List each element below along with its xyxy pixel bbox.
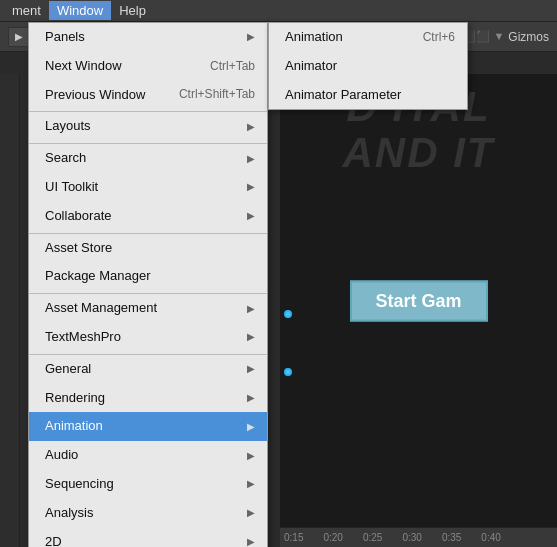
menu-rendering[interactable]: Rendering ▶ (29, 384, 267, 413)
arrow-icon: ▶ (247, 301, 255, 317)
play-button[interactable]: ▶ (8, 27, 30, 47)
menu-search[interactable]: Search ▶ (29, 143, 267, 173)
arrow-icon: ▶ (247, 534, 255, 547)
menu-collaborate[interactable]: Collaborate ▶ (29, 202, 267, 231)
menu-ui-toolkit[interactable]: UI Toolkit ▶ (29, 173, 267, 202)
menu-item-ment[interactable]: ment (4, 1, 49, 20)
animation-submenu: Animation Ctrl+6 Animator Animator Param… (268, 22, 468, 110)
bg-text-line2: AND IT (280, 130, 557, 176)
arrow-icon: ▶ (247, 505, 255, 521)
menu-panels[interactable]: Panels ▶ (29, 23, 267, 52)
arrow-icon: ▶ (247, 151, 255, 167)
arrow-icon: ▶ (247, 476, 255, 492)
menu-audio[interactable]: Audio ▶ (29, 441, 267, 470)
start-game-button[interactable]: Start Gam (349, 280, 487, 321)
window-menu: Panels ▶ Next Window Ctrl+Tab Previous W… (28, 22, 268, 547)
menu-asset-store[interactable]: Asset Store (29, 233, 267, 263)
game-view: D ITAL AND IT Start Gam (280, 74, 557, 527)
arrow-icon: ▶ (247, 29, 255, 45)
selection-dot-bottom (284, 368, 292, 376)
menu-item-help[interactable]: Help (111, 1, 154, 20)
menu-next-window[interactable]: Next Window Ctrl+Tab (29, 52, 267, 81)
menu-item-window[interactable]: Window (49, 1, 111, 20)
menu-2d[interactable]: 2D ▶ (29, 528, 267, 547)
menu-sequencing[interactable]: Sequencing ▶ (29, 470, 267, 499)
submenu-animator[interactable]: Animator (269, 52, 467, 81)
arrow-icon: ▶ (247, 361, 255, 377)
gizmos-label: Gizmos (508, 30, 549, 44)
arrow-icon: ▶ (247, 390, 255, 406)
menu-prev-window[interactable]: Previous Window Ctrl+Shift+Tab (29, 81, 267, 110)
menu-asset-management[interactable]: Asset Management ▶ (29, 293, 267, 323)
menu-general[interactable]: General ▶ (29, 354, 267, 384)
submenu-animation[interactable]: Animation Ctrl+6 (269, 23, 467, 52)
submenu-animator-parameter[interactable]: Animator Parameter (269, 81, 467, 110)
arrow-icon: ▶ (247, 208, 255, 224)
timeline-bar: 0:15 0:20 0:25 0:30 0:35 0:40 (280, 527, 557, 547)
menu-package-manager[interactable]: Package Manager (29, 262, 267, 291)
arrow-icon: ▶ (247, 119, 255, 135)
arrow-icon: ▶ (247, 179, 255, 195)
arrow-icon: ▶ (247, 448, 255, 464)
menu-animation[interactable]: Animation ▶ (29, 412, 267, 441)
menu-textmeshpro[interactable]: TextMeshPro ▶ (29, 323, 267, 352)
selection-dot-top (284, 310, 292, 318)
menu-analysis[interactable]: Analysis ▶ (29, 499, 267, 528)
arrow-icon: ▶ (247, 329, 255, 345)
arrow-icon: ▶ (247, 419, 255, 435)
menu-bar: ment Window Help (0, 0, 557, 22)
left-panel (0, 74, 20, 547)
menu-layouts[interactable]: Layouts ▶ (29, 111, 267, 141)
